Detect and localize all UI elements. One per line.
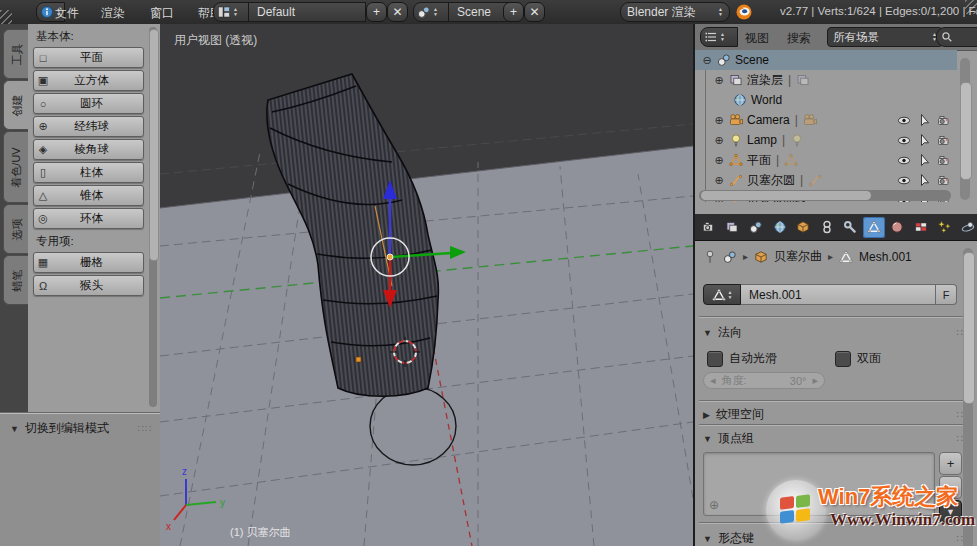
shape-keys-panel-header[interactable]: ▼ 形态键 ∷∷	[703, 530, 971, 546]
tab-object-data[interactable]	[863, 217, 885, 238]
tab-constraints[interactable]	[816, 217, 838, 238]
outliner-row-render-layers[interactable]: ⊕ 渲染层 |	[713, 70, 810, 90]
outliner-row-lamp[interactable]: ⊕ Lamp |	[713, 130, 804, 150]
normals-panel-header[interactable]: ▼ 法向 ∷∷	[703, 324, 971, 341]
panel-grip[interactable]: ∷∷	[137, 423, 152, 434]
vertex-group-add-button[interactable]: +	[939, 452, 962, 475]
add-plane-button[interactable]: □平面	[33, 47, 144, 68]
add-torus-button[interactable]: ◎环体	[33, 208, 144, 229]
3d-viewport[interactable]: z y x 用户视图 (透视) (1) 贝塞尔曲	[160, 24, 693, 546]
toolshelf-scrollbar-thumb[interactable]	[149, 29, 159, 261]
menu-render[interactable]: 渲染	[101, 5, 125, 22]
last-operator-title[interactable]: 切换到编辑模式	[25, 420, 109, 437]
window-resize-grip[interactable]	[0, 10, 12, 24]
expand-icon[interactable]: ⊕	[713, 154, 725, 167]
outliner-vscrollbar-thumb[interactable]	[960, 82, 972, 180]
render-engine-selector[interactable]: Blender 渲染 ▲▼	[620, 2, 730, 22]
tab-shading-uv[interactable]: 着色/UV	[3, 131, 29, 203]
tab-options[interactable]: 选项	[3, 204, 29, 254]
stepper-arrows[interactable]: ▲▼	[728, 290, 733, 300]
panel-expand-icon[interactable]: ▶	[703, 410, 710, 420]
stepper-arrows[interactable]: ▲▼	[718, 7, 723, 17]
vertex-groups-panel-header[interactable]: ▼ 顶点组 ∷∷	[703, 430, 971, 447]
fake-user-button[interactable]: F	[936, 284, 957, 305]
tab-physics[interactable]	[957, 217, 977, 238]
scene-field[interactable]: Scene	[448, 2, 508, 22]
outliner-hscrollbar-thumb[interactable]	[701, 191, 871, 200]
outliner-row-plane[interactable]: ⊕ 平面 |	[713, 150, 798, 170]
add-cone-button[interactable]: △锥体	[33, 185, 144, 206]
expand-icon[interactable]: ⊕	[713, 174, 725, 187]
tab-render-layers[interactable]	[722, 217, 744, 238]
double-sided-checkbox[interactable]	[835, 351, 851, 367]
panel-collapse-icon[interactable]: ▼	[703, 434, 712, 444]
expand-icon[interactable]: ⊕	[713, 114, 725, 127]
tab-material[interactable]	[887, 217, 909, 238]
outliner-row-world[interactable]: World	[733, 90, 782, 110]
tab-texture[interactable]	[910, 217, 932, 238]
auto-smooth-checkbox[interactable]	[707, 351, 723, 367]
tab-tools[interactable]: 工具	[3, 29, 29, 79]
mesh-datablock-selector[interactable]: ▲▼	[703, 284, 741, 305]
outliner-row-scene[interactable]: ⊖ Scene	[695, 50, 957, 70]
lamp-restrict-toggles[interactable]	[897, 133, 951, 147]
outliner-row-bezier-circle[interactable]: ⊕ 贝塞尔圆 |	[713, 170, 822, 190]
add-grid-button[interactable]: ▦栅格	[33, 252, 144, 273]
tab-modifiers[interactable]	[839, 217, 861, 238]
pin-icon[interactable]	[703, 250, 717, 264]
panel-collapse-icon[interactable]: ▼	[703, 328, 712, 338]
breadcrumb-object[interactable]: 贝塞尔曲	[774, 248, 822, 265]
tab-create[interactable]: 创建	[3, 80, 29, 130]
slider-right-arrow[interactable]: ▸	[812, 374, 818, 387]
add-layout-button[interactable]: +	[366, 2, 387, 22]
stepper-arrows[interactable]: ▲▼	[433, 7, 438, 17]
collapse-icon[interactable]: ⊖	[701, 54, 713, 67]
panel-collapse-icon[interactable]: ▼	[10, 424, 19, 434]
texture-space-panel-header[interactable]: ▶ 纹理空间 ∷∷	[703, 406, 971, 423]
list-add-icon[interactable]: ⊕	[709, 498, 719, 512]
menu-window[interactable]: 窗口	[150, 5, 174, 22]
stepper-arrows[interactable]: ▲▼	[233, 7, 238, 17]
tab-object[interactable]	[792, 217, 814, 238]
outliner-row-camera[interactable]: ⊕ Camera |	[713, 110, 817, 130]
mesh-data-icon[interactable]	[839, 250, 853, 264]
add-ico-sphere-button[interactable]: ◈棱角球	[33, 139, 144, 160]
plane-restrict-toggles[interactable]	[897, 153, 951, 167]
mesh-name-field[interactable]: Mesh.001	[741, 284, 936, 305]
outliner-editor-type-selector[interactable]: ▲▼	[700, 27, 738, 47]
expand-icon[interactable]: ⊕	[713, 74, 725, 87]
auto-smooth-angle-slider[interactable]: ◂ 角度: 30° ▸	[703, 372, 825, 389]
screen-layout-icon-chip[interactable]: ▲▼	[213, 2, 251, 22]
close-scene-button[interactable]: ✕	[524, 2, 545, 22]
tab-render[interactable]	[698, 217, 720, 238]
object-icon[interactable]	[754, 250, 768, 264]
stepper-arrows[interactable]: ▲▼	[720, 32, 725, 42]
panel-collapse-icon[interactable]: ▼	[703, 534, 712, 544]
tab-world[interactable]	[769, 217, 791, 238]
slider-left-arrow[interactable]: ◂	[710, 374, 716, 387]
breadcrumb-data[interactable]: Mesh.001	[859, 250, 912, 264]
properties-scrollbar-thumb[interactable]	[963, 252, 975, 404]
tab-grease-pencil[interactable]: 蜡笔	[3, 255, 29, 305]
vertex-groups-list[interactable]: ⊕	[703, 452, 935, 516]
close-layout-button[interactable]: ✕	[387, 2, 408, 22]
add-scene-button[interactable]: +	[503, 2, 524, 22]
add-circle-button[interactable]: ○圆环	[33, 93, 144, 114]
add-cube-button[interactable]: ▣立方体	[33, 70, 144, 91]
screen-layout-field[interactable]: Default	[248, 2, 366, 22]
vertex-group-specials-button[interactable]: ▼	[939, 500, 962, 523]
outliner-menu-view[interactable]: 视图	[745, 30, 769, 47]
scene-icon-chip[interactable]: ▲▼	[413, 2, 451, 22]
vertex-group-remove-button[interactable]: −	[939, 476, 962, 499]
outliner-menu-search[interactable]: 搜索	[787, 30, 811, 47]
menu-file[interactable]: 文件	[55, 5, 79, 22]
outliner-filter-dropdown[interactable]: 所有场景 ▲▼	[827, 27, 943, 47]
camera-restrict-toggles[interactable]	[897, 113, 951, 127]
bezier-circle-restrict-toggles[interactable]	[897, 173, 951, 187]
tab-scene[interactable]	[745, 217, 767, 238]
outliner-search-field[interactable]	[936, 27, 977, 47]
tab-particles[interactable]	[934, 217, 956, 238]
add-cylinder-button[interactable]: ▯柱体	[33, 162, 144, 183]
scene-icon[interactable]	[723, 250, 737, 264]
expand-icon[interactable]: ⊕	[713, 134, 725, 147]
